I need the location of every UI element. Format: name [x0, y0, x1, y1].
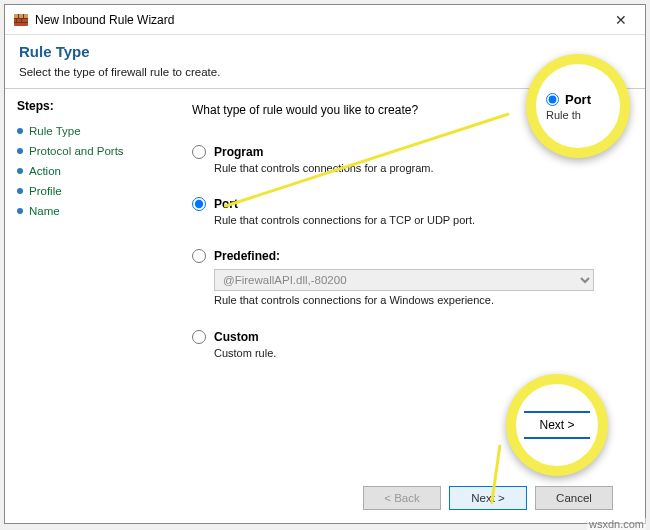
- option-port-label: Port: [214, 197, 238, 211]
- option-custom: Custom Custom rule.: [192, 330, 625, 360]
- back-button[interactable]: < Back: [363, 486, 441, 510]
- step-action[interactable]: Action: [17, 161, 172, 181]
- option-program-desc: Rule that controls connections for a pro…: [214, 162, 625, 175]
- step-profile[interactable]: Profile: [17, 181, 172, 201]
- rule-type-question: What type of rule would you like to crea…: [192, 103, 625, 117]
- wizard-footer: < Back Next > Cancel: [192, 481, 625, 523]
- step-label: Name: [29, 205, 60, 217]
- steps-heading: Steps:: [17, 99, 172, 113]
- option-predefined-desc: Rule that controls connections for a Win…: [214, 294, 625, 307]
- next-button[interactable]: Next >: [449, 486, 527, 510]
- option-port: Port Rule that controls connections for …: [192, 197, 625, 227]
- wizard-header: Rule Type Select the type of firewall ru…: [5, 35, 645, 88]
- svg-rect-5: [23, 14, 24, 18]
- option-custom-label: Custom: [214, 330, 259, 344]
- steps-pane: Steps: Rule Type Protocol and Ports Acti…: [5, 89, 180, 523]
- title-bar: New Inbound Rule Wizard ✕: [5, 5, 645, 35]
- svg-rect-7: [21, 18, 22, 22]
- svg-rect-4: [18, 14, 19, 18]
- window-title: New Inbound Rule Wizard: [35, 13, 601, 27]
- wizard-body: Steps: Rule Type Protocol and Ports Acti…: [5, 88, 645, 523]
- option-predefined: Predefined @FirewallAPI.dll,-80200 Rule …: [192, 249, 625, 307]
- step-label: Protocol and Ports: [29, 145, 124, 157]
- step-name[interactable]: Name: [17, 201, 172, 221]
- wizard-window: New Inbound Rule Wizard ✕ Rule Type Sele…: [4, 4, 646, 524]
- step-rule-type[interactable]: Rule Type: [17, 121, 172, 141]
- bullet-icon: [17, 188, 23, 194]
- option-predefined-label: Predefined: [214, 249, 280, 263]
- svg-rect-1: [14, 14, 28, 18]
- page-title: Rule Type: [19, 43, 629, 60]
- main-pane: What type of rule would you like to crea…: [180, 89, 645, 523]
- firewall-icon: [13, 12, 29, 28]
- step-label: Profile: [29, 185, 62, 197]
- option-program-label: Program: [214, 145, 263, 159]
- option-port-desc: Rule that controls connections for a TCP…: [214, 214, 625, 227]
- close-icon: ✕: [615, 12, 627, 28]
- bullet-icon: [17, 128, 23, 134]
- predefined-select[interactable]: @FirewallAPI.dll,-80200: [214, 269, 594, 291]
- step-protocol-and-ports[interactable]: Protocol and Ports: [17, 141, 172, 161]
- option-program: Program Rule that controls connections f…: [192, 145, 625, 175]
- option-port-row[interactable]: Port: [192, 197, 625, 211]
- radio-program[interactable]: [192, 145, 206, 159]
- close-button[interactable]: ✕: [601, 6, 641, 34]
- svg-rect-6: [16, 18, 17, 22]
- option-program-row[interactable]: Program: [192, 145, 625, 159]
- bullet-icon: [17, 148, 23, 154]
- option-custom-desc: Custom rule.: [214, 347, 625, 360]
- step-label: Action: [29, 165, 61, 177]
- radio-port[interactable]: [192, 197, 206, 211]
- page-subtitle: Select the type of firewall rule to crea…: [19, 66, 629, 78]
- option-custom-row[interactable]: Custom: [192, 330, 625, 344]
- cancel-button[interactable]: Cancel: [535, 486, 613, 510]
- bullet-icon: [17, 208, 23, 214]
- option-predefined-row[interactable]: Predefined: [192, 249, 625, 263]
- svg-rect-3: [14, 22, 28, 23]
- radio-predefined[interactable]: [192, 249, 206, 263]
- bullet-icon: [17, 168, 23, 174]
- step-label: Rule Type: [29, 125, 81, 137]
- radio-custom[interactable]: [192, 330, 206, 344]
